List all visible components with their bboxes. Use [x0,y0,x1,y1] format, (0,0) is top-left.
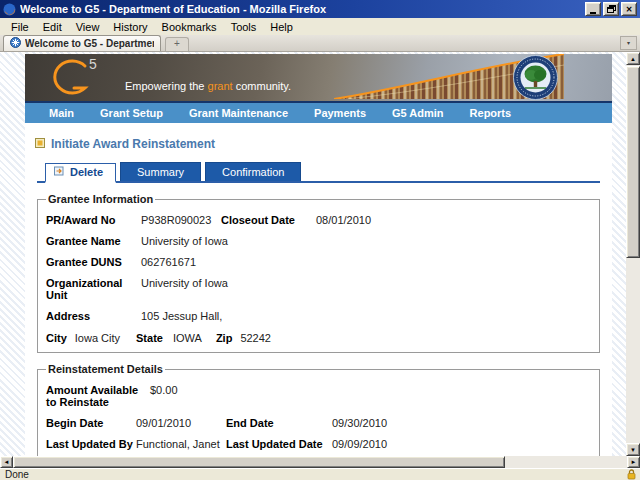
firefox-window: Welcome to G5 - Department of Education … [0,0,640,480]
page-title-row: Initiate Award Reinstatement [35,137,606,151]
grantee-information-section: Grantee Information PR/Award No P938R090… [37,193,600,353]
last-updated-date-label: Last Updated Date [226,438,332,450]
reinstatement-details-section: Reinstatement Details Amount Available t… [37,363,600,456]
menu-view[interactable]: View [69,20,107,34]
begin-date-value: 09/01/2010 [136,417,226,429]
last-updated-by-label: Last Updated By [46,438,136,450]
banner-tagline: Empowering the grant community. [125,80,291,92]
reinstatement-details-legend: Reinstatement Details [46,363,165,375]
closeout-date-value: 08/01/2010 [316,214,591,226]
g5-logo-five: 5 [89,56,98,72]
menu-tools[interactable]: Tools [224,20,264,34]
last-updated-date-value: 09/09/2010 [332,438,591,450]
horizontal-scrollbar[interactable]: ◄ ► [0,456,640,468]
minimize-button[interactable] [585,2,601,16]
scroll-up-button[interactable]: ▲ [626,52,640,65]
menu-bar: File Edit View History Bookmarks Tools H… [0,18,640,35]
menu-history[interactable]: History [106,20,154,34]
close-button[interactable]: ✕ [621,2,637,16]
city-label: City [46,332,67,344]
page-viewport: 5 Empowering the grant community. [0,52,640,456]
browser-tab-title: Welcome to G5 - Department of Edu... [25,38,154,49]
menu-help[interactable]: Help [263,20,300,34]
pr-award-no-value: P938R090023 [141,214,221,226]
closeout-date-label: Closeout Date [221,214,316,226]
vertical-scrollbar-thumb[interactable] [626,66,640,258]
nav-item-grant-setup[interactable]: Grant Setup [100,107,163,119]
horizontal-scrollbar-thumb[interactable] [13,456,505,468]
status-text: Done [5,469,625,480]
security-lock-icon[interactable] [625,469,638,480]
state-label: State [136,332,163,344]
window-title: Welcome to G5 - Department of Education … [20,3,581,15]
zip-label: Zip [216,332,233,344]
address-row: Address 105 Jessup Hall, [46,310,591,322]
grantee-information-legend: Grantee Information [46,193,155,205]
organizational-unit-value: University of Iowa [141,277,591,289]
last-updated-row: Last Updated By Functional, Janet Last U… [46,438,591,450]
grantee-name-label: Grantee Name [46,235,141,247]
browser-tab[interactable]: Welcome to G5 - Department of Edu... [3,35,161,51]
tab-summary[interactable]: Summary [120,162,201,181]
begin-end-date-row: Begin Date 09/01/2010 End Date 09/30/201… [46,417,591,429]
organizational-unit-row: Organizational Unit University of Iowa [46,277,591,301]
grantee-duns-value: 062761671 [141,256,591,268]
pr-award-row: PR/Award No P938R090023 Closeout Date 08… [46,214,591,226]
vertical-scrollbar[interactable]: ▲ ▼ [626,52,640,456]
status-bar: Done [0,468,640,480]
nav-item-reports[interactable]: Reports [470,107,512,119]
menu-bookmarks[interactable]: Bookmarks [155,20,224,34]
menu-edit[interactable]: Edit [36,20,69,34]
begin-date-label: Begin Date [46,417,136,429]
end-date-label: End Date [226,417,332,429]
main-nav-bar: Main Grant Setup Grant Maintenance Payme… [25,101,612,123]
title-bar: Welcome to G5 - Department of Education … [0,0,640,18]
grantee-duns-label: Grantee DUNS [46,256,141,268]
page-content: 5 Empowering the grant community. [25,54,612,456]
organizational-unit-label: Organizational Unit [46,277,141,301]
menu-file[interactable]: File [4,20,36,34]
nav-item-main[interactable]: Main [49,107,74,119]
department-of-education-seal [513,55,558,101]
g5-favicon [10,37,21,50]
amount-available-label: Amount Available to Reinstate [46,384,150,408]
new-tab-button[interactable]: + [165,37,189,51]
scroll-down-button[interactable]: ▼ [626,443,640,456]
end-date-value: 09/30/2010 [332,417,591,429]
browser-tab-strip: Welcome to G5 - Department of Edu... + ▾ [0,35,640,52]
state-value: IOWA [173,332,202,344]
scroll-left-button[interactable]: ◄ [0,456,13,468]
g5-logo-icon [47,58,89,100]
grantee-name-value: University of Iowa [141,235,591,247]
page-title: Initiate Award Reinstatement [51,137,215,151]
grantee-duns-row: Grantee DUNS 062761671 [46,256,591,268]
nav-item-payments[interactable]: Payments [314,107,366,119]
firefox-icon [3,3,16,16]
tab-confirmation[interactable]: Confirmation [205,162,301,181]
zip-value: 52242 [240,332,271,344]
list-tabs-button[interactable]: ▾ [620,36,637,50]
grantee-name-row: Grantee Name University of Iowa [46,235,591,247]
tab-delete[interactable]: Delete [45,163,116,183]
scroll-right-button[interactable]: ► [627,456,640,468]
city-value: Iowa City [75,332,120,344]
pr-award-no-label: PR/Award No [46,214,141,226]
amount-available-value: $0.00 [150,384,591,396]
nav-item-grant-maintenance[interactable]: Grant Maintenance [189,107,288,119]
nav-item-g5-admin[interactable]: G5 Admin [392,107,444,119]
city-state-zip-row: City Iowa City State IOWA Zip 52242 [46,332,591,344]
address-label: Address [46,310,141,322]
restore-button[interactable] [603,2,619,16]
amount-available-row: Amount Available to Reinstate $0.00 [46,384,591,408]
last-updated-by-value: Functional, Janet [136,438,226,450]
bullet-square-icon [35,138,45,150]
delete-tab-icon [54,166,65,178]
form-tabs: Delete Summary Confirmation [37,163,600,183]
address-value: 105 Jessup Hall, [141,310,591,322]
g5-banner: 5 Empowering the grant community. [25,54,612,101]
